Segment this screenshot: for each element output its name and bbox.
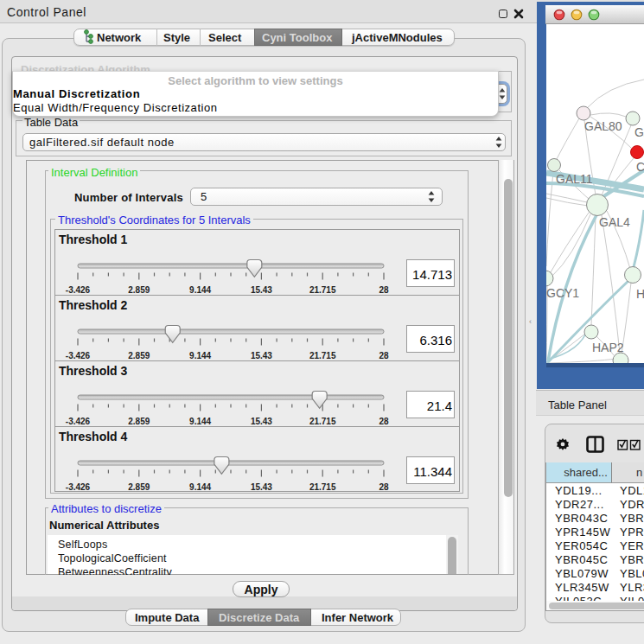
svg-text:GAL80: GAL80 (584, 119, 622, 133)
svg-text:GAL4: GAL4 (599, 215, 630, 229)
svg-text:2.859: 2.859 (128, 482, 150, 492)
svg-text:21.715: 21.715 (309, 351, 336, 360)
svg-text:GAL11: GAL11 (556, 172, 593, 186)
svg-text:HAP2: HAP2 (592, 341, 624, 354)
svg-text:C: C (636, 160, 644, 174)
svg-text:21.715: 21.715 (309, 417, 336, 426)
svg-text:15.43: 15.43 (251, 417, 272, 426)
svg-text:H: H (636, 287, 644, 301)
svg-text:-3.426: -3.426 (66, 285, 91, 295)
svg-text:9.144: 9.144 (189, 482, 211, 492)
svg-text:28: 28 (379, 351, 389, 360)
svg-text:-3.426: -3.426 (66, 417, 91, 426)
svg-text:9.144: 9.144 (189, 417, 211, 426)
svg-text:28: 28 (379, 417, 389, 426)
svg-text:9.144: 9.144 (189, 285, 211, 295)
svg-text:-3.426: -3.426 (66, 351, 91, 360)
svg-text:15.43: 15.43 (251, 351, 272, 360)
svg-text:28: 28 (379, 482, 389, 492)
svg-text:2.859: 2.859 (128, 285, 150, 295)
svg-text:9.144: 9.144 (189, 351, 211, 360)
svg-text:GA: GA (634, 125, 644, 139)
svg-text:21.715: 21.715 (309, 285, 336, 295)
svg-text:28: 28 (379, 285, 389, 295)
svg-text:2.859: 2.859 (128, 417, 150, 426)
svg-text:15.43: 15.43 (251, 285, 272, 295)
svg-text:GCY1: GCY1 (546, 286, 579, 300)
svg-text:15.43: 15.43 (251, 482, 272, 492)
svg-text:2.859: 2.859 (128, 351, 150, 360)
svg-text:-3.426: -3.426 (66, 482, 91, 492)
svg-text:21.715: 21.715 (309, 482, 336, 492)
